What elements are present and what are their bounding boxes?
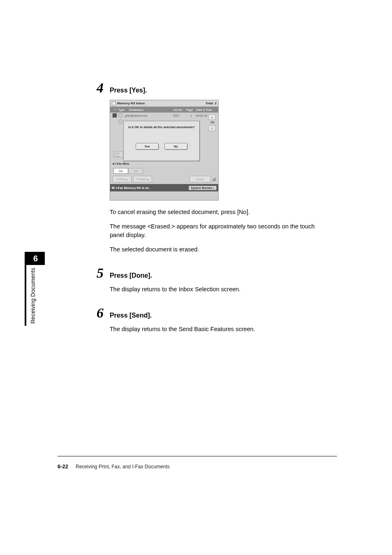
row-destination: john@canon.com <box>125 114 173 117</box>
step-number: 4 <box>97 80 110 96</box>
dialog-message: Is it OK to delete all the selected docu… <box>124 121 199 129</box>
chevron-right-icon: ▸ <box>213 187 214 189</box>
send-label: Send <box>140 178 146 181</box>
chevron-right-icon: ▸ <box>148 178 149 181</box>
status-icon: ✉ <box>112 186 115 190</box>
step-number: 6 <box>97 305 110 321</box>
total-label: Total <box>205 101 213 105</box>
confirm-dialog: Is it OK to delete all the selected docu… <box>123 121 200 161</box>
section-title: Receiving Documents <box>30 268 36 324</box>
step-body-text: The message <Erased.> appears for approx… <box>110 222 327 240</box>
step-body-text: The display returns to the Inbox Selecti… <box>110 285 327 294</box>
step-5: 5 Press [Done]. The display returns to t… <box>97 265 327 294</box>
footer-rule <box>58 456 337 456</box>
col-date-time: Date & Time <box>196 108 218 111</box>
total-value: 2 <box>215 101 217 105</box>
print-label: Print <box>119 178 125 181</box>
system-monitor-label: System Monitor <box>191 187 212 189</box>
col-type: Type <box>118 108 129 111</box>
step-title: Press [Yes]. <box>110 87 147 94</box>
step-title: Press [Done]. <box>110 272 152 279</box>
step-4: 4 Press [Yes]. Memory RX Inbox Total 2 ✓ <box>97 80 327 254</box>
page-number: 6-22 <box>58 463 68 470</box>
send-button[interactable]: ✉ Send ▸ <box>133 176 152 182</box>
step-6: 6 Press [Send]. The display returns to t… <box>97 305 327 334</box>
step-body-text: The display returns to the Send Basic Fe… <box>110 325 327 334</box>
step-body-text: To cancel erasing the selected document,… <box>110 208 327 216</box>
window-title: Memory RX Inbox <box>117 101 145 105</box>
status-bar: ✉ I-Fax Memory RX is on. System Monitor … <box>110 184 218 191</box>
status-text: I-Fax Memory RX is on. <box>116 186 150 190</box>
scroll-down-button[interactable]: ▼ <box>208 125 216 131</box>
step-body-text: The selected document is erased. <box>110 245 327 254</box>
list-area: john@canon.com 5027 1 04/10 16:15 Is it … <box>110 113 218 168</box>
memory-toggle: On Off <box>110 168 218 174</box>
device-screenshot: Memory RX Inbox Total 2 ✓ Type Destinati… <box>110 100 219 200</box>
no-button[interactable]: No <box>164 143 187 150</box>
table-header: ✓ Type Destination Job No. Page Date & T… <box>110 107 218 113</box>
mail-icon <box>118 120 122 124</box>
col-destination: Destination <box>129 108 173 111</box>
ifax-mem-label: ■ I-Fax Mem <box>113 162 129 165</box>
window-titlebar: Memory RX Inbox Total 2 <box>110 100 218 107</box>
print-button[interactable]: ⎙ Print ▸ <box>113 176 131 182</box>
chapter-number: 6 <box>26 252 45 265</box>
action-bar: ⎙ Print ▸ ✉ Send ▸ Done <box>110 174 218 184</box>
col-page: Page <box>186 108 196 111</box>
clear-selection-button[interactable]: Clear Selec. <box>113 151 123 158</box>
step-title: Press [Send]. <box>110 312 152 319</box>
col-check: ✓ <box>113 108 118 111</box>
send-icon: ✉ <box>136 177 139 181</box>
table-row[interactable]: john@canon.com 5027 1 04/10 16:15 <box>110 113 218 119</box>
pager-indicator: 1/1 <box>208 121 217 124</box>
system-monitor-button[interactable]: System Monitor ▸ <box>189 186 217 190</box>
row-page: 1 <box>186 114 196 117</box>
document-icon <box>112 101 116 106</box>
done-button[interactable]: Done <box>189 176 211 182</box>
col-job-no: Job No. <box>173 108 186 111</box>
toggle-off-button[interactable]: Off <box>128 168 143 174</box>
row-job-no: 5027 <box>173 114 186 117</box>
footer-text: Receiving Print, Fax, and I-Fax Document… <box>76 464 170 470</box>
selected-mark-icon <box>113 113 117 117</box>
printer-icon: ⎙ <box>117 178 118 181</box>
chevron-right-icon: ▸ <box>126 178 127 181</box>
page-footer: 6-22 Receiving Print, Fax, and I-Fax Doc… <box>58 463 337 470</box>
step-number: 5 <box>97 265 110 281</box>
scroll-up-button[interactable]: ▲ <box>208 114 216 120</box>
content-area: 4 Press [Yes]. Memory RX Inbox Total 2 ✓ <box>97 80 327 342</box>
mail-icon <box>118 113 122 117</box>
return-corner-icon <box>212 177 216 181</box>
toggle-on-button[interactable]: On <box>113 168 128 174</box>
yes-button[interactable]: Yes <box>136 143 159 150</box>
side-tab: 6 Receiving Documents <box>25 252 43 326</box>
